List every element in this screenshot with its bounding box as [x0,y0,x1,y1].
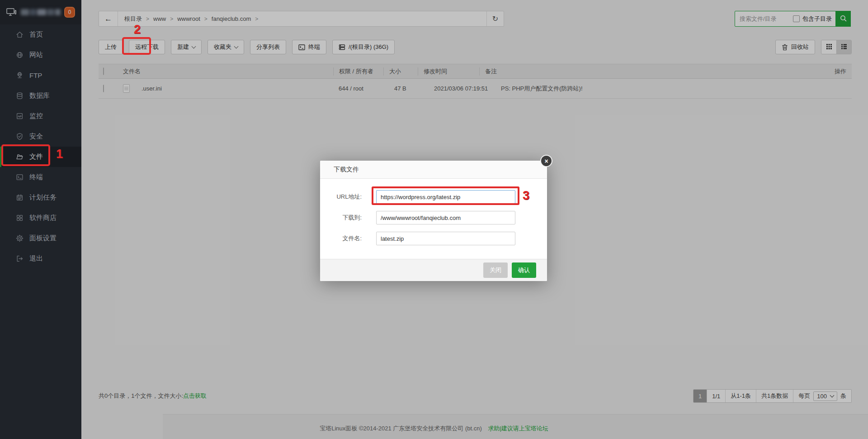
download-file-dialog: 下载文件 × URL地址: 下载到: 文件名: 关闭 确认 [320,161,547,281]
download-to-input[interactable] [376,211,515,224]
dialog-footer: 关闭 确认 [320,259,547,281]
close-button[interactable]: 关闭 [483,262,508,278]
url-input[interactable] [376,190,515,204]
filename-label: 文件名: [320,234,362,243]
url-field-label: URL地址: [320,193,362,201]
download-to-label: 下载到: [320,214,362,222]
filename-input[interactable] [376,232,515,245]
confirm-button[interactable]: 确认 [512,262,536,278]
close-icon[interactable]: × [540,155,552,167]
dialog-title: 下载文件 [320,161,547,179]
